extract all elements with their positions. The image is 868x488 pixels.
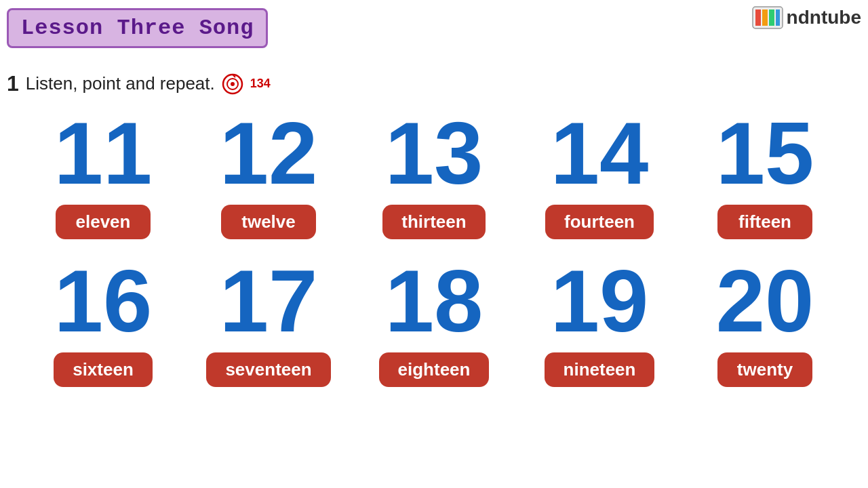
word-label: fourteen bbox=[545, 205, 654, 239]
instruction-text: Listen, point and repeat. bbox=[26, 73, 215, 94]
word-label: nineteen bbox=[545, 352, 655, 387]
word-label: eleven bbox=[56, 205, 151, 239]
big-number: 13 bbox=[385, 105, 484, 202]
number-item: 16sixteen bbox=[35, 253, 171, 387]
big-number: 19 bbox=[551, 253, 649, 350]
word-label: fifteen bbox=[717, 205, 812, 239]
title-text: Lesson Three Song bbox=[21, 16, 254, 41]
number-item: 20twenty bbox=[697, 253, 833, 387]
word-label: sixteen bbox=[54, 352, 153, 387]
word-label: thirteen bbox=[382, 205, 485, 239]
svg-point-7 bbox=[231, 82, 235, 86]
number-item: 14fourteen bbox=[532, 105, 667, 239]
audio-icon[interactable] bbox=[222, 73, 243, 95]
track-number: 134 bbox=[250, 77, 271, 91]
svg-rect-3 bbox=[769, 9, 774, 26]
big-number: 15 bbox=[716, 105, 814, 202]
logo-icon bbox=[751, 5, 784, 30]
logo: ndntube bbox=[751, 5, 861, 30]
svg-rect-2 bbox=[762, 9, 768, 26]
svg-rect-4 bbox=[776, 9, 780, 26]
number-item: 18eighteen bbox=[366, 253, 502, 387]
instruction-number: 1 bbox=[7, 71, 19, 96]
word-label: eighteen bbox=[379, 352, 490, 387]
big-number: 17 bbox=[220, 253, 318, 350]
logo-text: ndntube bbox=[787, 7, 861, 28]
svg-rect-1 bbox=[755, 9, 761, 26]
number-item: 13thirteen bbox=[366, 105, 502, 239]
big-number: 14 bbox=[551, 105, 649, 202]
word-label: twelve bbox=[221, 205, 316, 239]
instruction: 1 Listen, point and repeat. 134 bbox=[7, 71, 271, 96]
title-box: Lesson Three Song bbox=[7, 8, 268, 48]
word-label: seventeen bbox=[206, 352, 330, 387]
big-number: 12 bbox=[220, 105, 318, 202]
number-item: 15fifteen bbox=[697, 105, 833, 239]
number-item: 12twelve bbox=[201, 105, 336, 239]
big-number: 18 bbox=[385, 253, 484, 350]
number-grid: 11eleven12twelve13thirteen14fourteen15fi… bbox=[20, 105, 848, 387]
big-number: 11 bbox=[54, 105, 153, 202]
number-item: 17seventeen bbox=[201, 253, 336, 387]
row-1: 11eleven12twelve13thirteen14fourteen15fi… bbox=[20, 105, 848, 239]
big-number: 20 bbox=[716, 253, 814, 350]
number-item: 19nineteen bbox=[532, 253, 667, 387]
word-label: twenty bbox=[717, 352, 812, 387]
row-2: 16sixteen17seventeen18eighteen19nineteen… bbox=[20, 253, 848, 387]
big-number: 16 bbox=[54, 253, 153, 350]
number-item: 11eleven bbox=[35, 105, 171, 239]
